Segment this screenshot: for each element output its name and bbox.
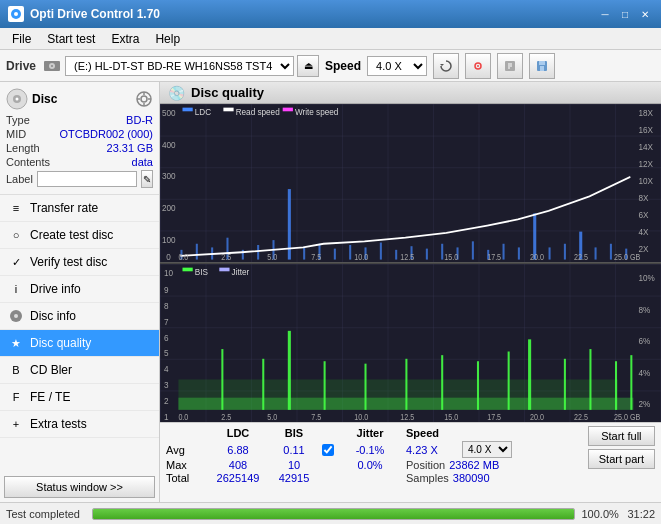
start-part-button[interactable]: Start part bbox=[588, 449, 655, 469]
sidebar-item-disc-quality[interactable]: ★ Disc quality bbox=[0, 330, 159, 357]
transfer-rate-icon: ≡ bbox=[8, 200, 24, 216]
top-chart: 500 400 300 200 100 0 18X 16X 14X 12X 10… bbox=[160, 104, 661, 263]
svg-text:7.5: 7.5 bbox=[311, 412, 322, 422]
refresh-button[interactable] bbox=[433, 53, 459, 79]
sidebar-item-fe-te[interactable]: F FE / TE bbox=[0, 384, 159, 411]
svg-text:12.5: 12.5 bbox=[400, 252, 414, 262]
samples-value: 380090 bbox=[453, 472, 490, 484]
sidebar-item-disc-info[interactable]: Disc info bbox=[0, 303, 159, 330]
total-bis: 42915 bbox=[266, 472, 322, 484]
svg-rect-80 bbox=[610, 244, 612, 260]
svg-text:22.5: 22.5 bbox=[574, 412, 588, 422]
speed-select-stats[interactable]: 4.0 X bbox=[462, 441, 512, 458]
minimize-button[interactable]: ─ bbox=[597, 6, 613, 22]
svg-text:300: 300 bbox=[162, 171, 176, 182]
charts-container: 500 400 300 200 100 0 18X 16X 14X 12X 10… bbox=[160, 104, 661, 422]
content-title: Disc quality bbox=[191, 85, 264, 100]
svg-point-19 bbox=[141, 96, 147, 102]
svg-rect-60 bbox=[303, 247, 305, 259]
svg-point-7 bbox=[477, 65, 479, 67]
svg-text:BIS: BIS bbox=[195, 266, 208, 277]
sidebar-item-drive-info[interactable]: i Drive info bbox=[0, 276, 159, 303]
disc-length-row: Length 23.31 GB bbox=[6, 142, 153, 154]
disc-type-label: Type bbox=[6, 114, 30, 126]
svg-text:20.0: 20.0 bbox=[530, 412, 544, 422]
svg-rect-63 bbox=[349, 245, 351, 260]
bottom-chart: 10 9 8 7 6 5 4 3 2 1 10% 8% 6% 4% 2% bbox=[160, 263, 661, 422]
drive-icon bbox=[42, 56, 62, 76]
eject-button[interactable]: ⏏ bbox=[297, 55, 319, 77]
drivebar: Drive (E:) HL-DT-ST BD-RE WH16NS58 TST4 … bbox=[0, 50, 661, 82]
info-button[interactable] bbox=[497, 53, 523, 79]
svg-text:15.0: 15.0 bbox=[444, 252, 458, 262]
progress-fill bbox=[93, 509, 574, 519]
disc-settings-icon[interactable] bbox=[135, 90, 153, 108]
drive-select[interactable]: (E:) HL-DT-ST BD-RE WH16NS58 TST4 bbox=[65, 56, 294, 76]
status-text: Test completed bbox=[6, 508, 86, 520]
svg-text:15.0: 15.0 bbox=[444, 412, 458, 422]
titlebar: Opti Drive Control 1.70 ─ □ ✕ bbox=[0, 0, 661, 28]
svg-text:8X: 8X bbox=[639, 193, 649, 204]
sidebar-item-verify-test-disc[interactable]: ✓ Verify test disc bbox=[0, 249, 159, 276]
svg-rect-66 bbox=[395, 250, 397, 260]
svg-rect-53 bbox=[196, 244, 198, 260]
svg-text:18X: 18X bbox=[639, 107, 654, 118]
svg-rect-14 bbox=[540, 66, 544, 71]
disc-mid-value: OTCBDR002 (000) bbox=[59, 128, 153, 140]
disc-label-button[interactable]: ✎ bbox=[141, 170, 153, 188]
svg-text:4X: 4X bbox=[639, 227, 649, 238]
svg-text:4%: 4% bbox=[639, 367, 651, 378]
menu-start-test[interactable]: Start test bbox=[39, 30, 103, 48]
disc-type-row: Type BD-R bbox=[6, 114, 153, 126]
avg-ldc: 6.88 bbox=[210, 444, 266, 456]
menubar: File Start test Extra Help bbox=[0, 28, 661, 50]
disc-contents-value: data bbox=[132, 156, 153, 168]
svg-rect-50 bbox=[283, 108, 293, 112]
content-header: 💿 Disc quality bbox=[160, 82, 661, 104]
menu-extra[interactable]: Extra bbox=[103, 30, 147, 48]
status-window-button[interactable]: Status window >> bbox=[4, 476, 155, 498]
verify-test-disc-icon: ✓ bbox=[8, 254, 24, 270]
start-full-button[interactable]: Start full bbox=[588, 426, 655, 446]
speed-select[interactable]: 4.0 X bbox=[367, 56, 427, 76]
disc-type-value: BD-R bbox=[126, 114, 153, 126]
maximize-button[interactable]: □ bbox=[617, 6, 633, 22]
svg-rect-30 bbox=[160, 104, 661, 262]
total-label: Total bbox=[166, 472, 210, 484]
progress-bar-row: Test completed 100.0% 31:22 bbox=[0, 502, 661, 524]
sidebar-item-create-test-disc[interactable]: ○ Create test disc bbox=[0, 222, 159, 249]
disc-label-input[interactable] bbox=[37, 171, 137, 187]
svg-text:Jitter: Jitter bbox=[232, 266, 250, 277]
sidebar-item-transfer-rate[interactable]: ≡ Transfer rate bbox=[0, 195, 159, 222]
svg-text:7.5: 7.5 bbox=[311, 252, 322, 262]
menu-help[interactable]: Help bbox=[147, 30, 188, 48]
svg-text:3: 3 bbox=[164, 379, 169, 390]
col-speed-header: Speed bbox=[406, 427, 458, 439]
svg-text:Write speed: Write speed bbox=[295, 106, 338, 117]
sidebar-item-extra-tests[interactable]: + Extra tests bbox=[0, 411, 159, 438]
svg-point-17 bbox=[16, 98, 19, 101]
settings-button[interactable] bbox=[465, 53, 491, 79]
sidebar-item-label-verify-test-disc: Verify test disc bbox=[30, 255, 107, 269]
svg-text:10: 10 bbox=[164, 267, 173, 278]
jitter-checkbox[interactable] bbox=[322, 444, 334, 456]
menu-file[interactable]: File bbox=[4, 30, 39, 48]
save-button[interactable] bbox=[529, 53, 555, 79]
svg-rect-74 bbox=[518, 247, 520, 259]
svg-rect-48 bbox=[223, 108, 233, 112]
svg-text:5.0: 5.0 bbox=[267, 412, 278, 422]
svg-text:2%: 2% bbox=[639, 399, 651, 410]
disc-mid-label: MID bbox=[6, 128, 26, 140]
disc-label-row: Label ✎ bbox=[6, 170, 153, 188]
svg-rect-111 bbox=[182, 268, 192, 272]
avg-bis: 0.11 bbox=[266, 444, 322, 456]
close-button[interactable]: ✕ bbox=[637, 6, 653, 22]
svg-text:400: 400 bbox=[162, 139, 176, 150]
svg-text:17.5: 17.5 bbox=[487, 252, 501, 262]
svg-text:2: 2 bbox=[164, 395, 169, 406]
sidebar-item-label-extra-tests: Extra tests bbox=[30, 417, 87, 431]
svg-rect-68 bbox=[426, 249, 428, 260]
disc-label-label: Label bbox=[6, 173, 33, 185]
disc-contents-label: Contents bbox=[6, 156, 50, 168]
sidebar-item-cd-bler[interactable]: B CD Bler bbox=[0, 357, 159, 384]
